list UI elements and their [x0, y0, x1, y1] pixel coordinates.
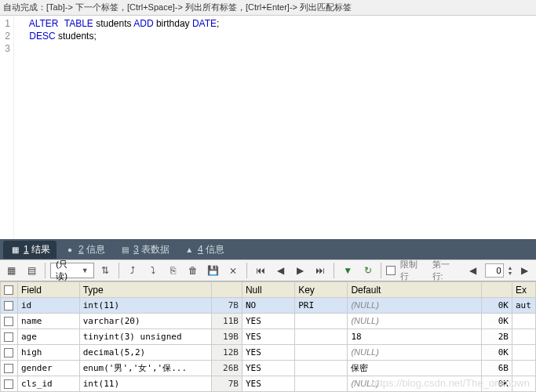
cell[interactable]: 0K	[482, 314, 512, 329]
cell[interactable]: 2B	[482, 329, 512, 345]
cell[interactable]: NO	[242, 298, 294, 314]
cell[interactable]	[512, 329, 536, 345]
cell[interactable]	[512, 314, 536, 329]
cell[interactable]: age	[17, 329, 79, 345]
code-content[interactable]: ALTER TABLE students ADD birthday DATE; …	[14, 16, 536, 239]
col-header[interactable]: Null	[242, 282, 294, 298]
cell[interactable]: high	[17, 345, 79, 361]
table-row[interactable]: agetinyint(3) unsigned19BYES182B	[1, 329, 536, 345]
cell[interactable]	[295, 376, 348, 392]
cell[interactable]: name	[17, 314, 79, 329]
form-view-icon[interactable]: ▤	[24, 262, 41, 279]
cell[interactable]: (NULL)	[348, 314, 482, 329]
tab-表数据[interactable]: ▤3 表数据	[113, 241, 176, 259]
first-icon[interactable]: ⏮	[252, 262, 269, 279]
last-icon[interactable]: ⏭	[312, 262, 330, 279]
filter-icon[interactable]: ▼	[339, 262, 356, 279]
cell[interactable]: 18	[348, 329, 482, 345]
cell[interactable]: gender	[17, 361, 79, 376]
next-page-icon[interactable]: ▶	[516, 262, 534, 279]
cell[interactable]: YES	[242, 361, 294, 376]
cell[interactable]	[512, 376, 536, 392]
cell[interactable]	[512, 345, 536, 361]
cell[interactable]: 0K	[482, 345, 512, 361]
cell[interactable]: 保密	[348, 361, 482, 376]
sql-editor[interactable]: 1 2 3 ALTER TABLE students ADD birthday …	[0, 16, 536, 239]
row-checkbox[interactable]	[4, 301, 13, 310]
cancel-icon[interactable]: ⨯	[224, 262, 242, 279]
cell[interactable]: 19B	[211, 329, 242, 345]
table-row[interactable]: cls_idint(11)7BYES(NULL)0K	[1, 376, 536, 392]
cell[interactable]: int(11)	[79, 376, 211, 392]
table-row[interactable]: namevarchar(20)11BYES(NULL)0K	[1, 314, 536, 329]
row-spinner[interactable]: ▲▼	[508, 265, 513, 276]
cell[interactable]	[295, 329, 348, 345]
check-all-header[interactable]	[1, 282, 18, 298]
row-checkbox[interactable]	[4, 317, 13, 326]
limit-checkbox[interactable]	[386, 266, 396, 275]
tab-信息[interactable]: ▲4 信息	[177, 241, 231, 259]
row-checkbox[interactable]	[4, 379, 13, 389]
col-header[interactable]: Default	[348, 282, 482, 298]
cell[interactable]: varchar(20)	[79, 314, 211, 329]
row-checkbox[interactable]	[4, 332, 13, 342]
cell[interactable]	[295, 314, 348, 329]
cell[interactable]: cls_id	[17, 376, 79, 392]
cell[interactable]: 7B	[211, 376, 242, 392]
table-row[interactable]: genderenum('男','女','保...26BYES保密6B	[1, 361, 536, 376]
cell[interactable]: YES	[242, 376, 294, 392]
cell[interactable]: 7B	[211, 298, 242, 314]
readonly-dropdown[interactable]: (只读)▼	[50, 263, 93, 278]
cell[interactable]: id	[17, 298, 79, 314]
first-row-input[interactable]	[485, 263, 504, 278]
delete-icon[interactable]: 🗑	[184, 262, 202, 279]
row-checkbox[interactable]	[4, 364, 13, 373]
col-header[interactable]: Ex	[512, 282, 536, 298]
cell[interactable]: tinyint(3) unsigned	[79, 329, 211, 345]
grid-view-icon[interactable]: ▦	[3, 262, 20, 279]
import-icon[interactable]: ⤵	[144, 262, 162, 279]
col-header[interactable]: Field	[17, 282, 79, 298]
first-row-label: 第一行:	[432, 259, 460, 282]
cell[interactable]: 0K	[482, 376, 512, 392]
cell[interactable]: decimal(5,2)	[79, 345, 211, 361]
cell[interactable]: YES	[242, 314, 294, 329]
cell[interactable]	[295, 361, 348, 376]
cell[interactable]: YES	[242, 345, 294, 361]
cell[interactable]: aut	[512, 298, 536, 314]
prev-icon[interactable]: ◀	[272, 262, 289, 279]
table-row[interactable]: highdecimal(5,2)12BYES(NULL)0K	[1, 345, 536, 361]
cell[interactable]: 0K	[482, 298, 512, 314]
tab-信息[interactable]: ●2 信息	[58, 241, 111, 259]
copy-icon[interactable]: ⎘	[164, 262, 181, 279]
col-header[interactable]	[482, 282, 512, 298]
cell[interactable]	[295, 345, 348, 361]
export-icon[interactable]: ⤴	[124, 262, 141, 279]
cell[interactable]: (NULL)	[348, 298, 482, 314]
col-header[interactable]: Key	[295, 282, 348, 298]
cell[interactable]: 12B	[211, 345, 242, 361]
tab-label: 4 信息	[198, 243, 224, 256]
row-checkbox[interactable]	[4, 348, 13, 358]
cell[interactable]: 11B	[211, 314, 242, 329]
cell[interactable]: 26B	[211, 361, 242, 376]
cell[interactable]: PRI	[295, 298, 348, 314]
save-icon[interactable]: 💾	[205, 262, 222, 279]
sort-icon[interactable]: ⇅	[97, 262, 115, 279]
next-icon[interactable]: ▶	[292, 262, 309, 279]
col-header[interactable]	[211, 282, 242, 298]
cell[interactable]: int(11)	[79, 298, 211, 314]
tab-结果[interactable]: ▦1 结果	[3, 241, 57, 259]
cell[interactable]: (NULL)	[348, 345, 482, 361]
table-row[interactable]: idint(11)7BNOPRI(NULL)0Kaut	[1, 298, 536, 314]
cell[interactable]	[512, 361, 536, 376]
col-header[interactable]: Type	[79, 282, 211, 298]
prev-page-icon[interactable]: ◀	[465, 262, 482, 279]
cell[interactable]: enum('男','女','保...	[79, 361, 211, 376]
refresh-icon[interactable]: ↻	[359, 262, 377, 279]
result-grid-wrap[interactable]: FieldTypeNullKeyDefaultEx idint(11)7BNOP…	[0, 281, 536, 392]
cell[interactable]: (NULL)	[348, 376, 482, 392]
cell[interactable]: YES	[242, 329, 294, 345]
cell[interactable]: 6B	[482, 361, 512, 376]
result-grid[interactable]: FieldTypeNullKeyDefaultEx idint(11)7BNOP…	[0, 281, 536, 392]
